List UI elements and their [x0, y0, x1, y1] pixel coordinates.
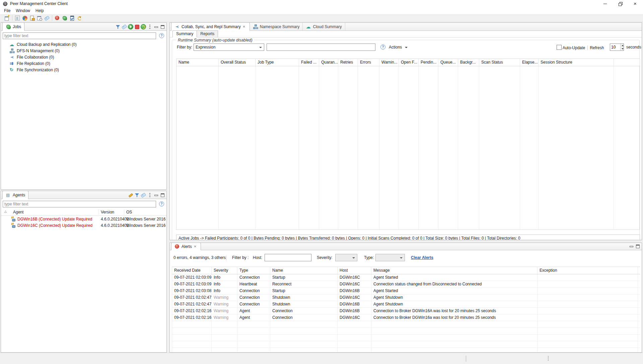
jobs-tree-item[interactable]: File Replication (0) — [1, 60, 166, 67]
tab-agents[interactable]: Agents — [2, 191, 28, 199]
jobs-tree-item[interactable]: Cloud Backup and Replication (0) — [1, 41, 166, 48]
maximize-icon[interactable] — [160, 192, 165, 198]
alerts-column-header[interactable]: Severity — [212, 267, 237, 274]
jobs-tree-item[interactable]: File Collaboration (0) — [1, 54, 166, 60]
summary-table-body[interactable] — [176, 66, 640, 230]
alerts-column-header[interactable]: Host — [338, 267, 371, 274]
summary-column-header[interactable]: Queue... — [438, 59, 458, 66]
auto-update-checkbox[interactable] — [557, 45, 562, 50]
alert-row[interactable]: 09-07-2021 02:02:16 Warning Agent Connec… — [172, 314, 640, 321]
filter-icon[interactable] — [134, 192, 140, 198]
summary-column-header[interactable]: Retries — [338, 59, 358, 66]
agents-column-header[interactable]: Agent — [11, 209, 99, 215]
spinner-up-icon[interactable] — [621, 44, 624, 47]
summary-column-header[interactable]: Quaran... — [319, 59, 338, 66]
minimize-icon[interactable] — [153, 24, 159, 29]
edit-icon[interactable] — [128, 192, 133, 198]
alerts-column-header[interactable]: Name — [270, 267, 338, 274]
refresh-seconds-input[interactable] — [610, 44, 620, 51]
filter-icon[interactable] — [115, 24, 121, 29]
restore-window-button[interactable] — [613, 0, 628, 7]
tag-icon[interactable] — [122, 24, 127, 29]
menu-item[interactable]: Help — [33, 7, 47, 14]
tag-icon[interactable] — [141, 192, 146, 198]
summary-column-header[interactable]: Warnin... — [379, 59, 399, 66]
tab-cloud-summary[interactable]: Cloud Summary — [303, 23, 345, 30]
tab-alerts[interactable]: Alerts — [171, 243, 201, 250]
alert-row[interactable]: 09-07-2021 02:02:47 Warning Connection S… — [172, 294, 640, 301]
alert-row[interactable]: 09-07-2021 02:02:47 Warning Connection S… — [172, 301, 640, 308]
summary-column-header[interactable]: Open F... — [399, 59, 419, 66]
restart-job-icon[interactable] — [141, 24, 146, 29]
host-filter-input[interactable] — [265, 254, 311, 261]
agent-row[interactable]: DGWin16C (Connected) Update Required 4.6… — [1, 222, 166, 229]
alert-row[interactable]: 09-07-2021 02:03:09 Info Connection Star… — [172, 274, 640, 281]
schedule-icon[interactable] — [37, 15, 42, 21]
form-icon[interactable] — [15, 15, 20, 21]
actions-menu-button[interactable]: Actions — [389, 45, 408, 50]
jobs-tree-item[interactable]: DFS-N Management (0) — [1, 48, 166, 54]
maximize-icon[interactable] — [160, 24, 165, 29]
report-icon[interactable] — [29, 15, 35, 21]
tab-collab-sync-repl-summary[interactable]: Collab, Sync, and Repl Summary — [171, 22, 250, 31]
menu-item[interactable]: Window — [13, 7, 33, 14]
maximize-icon[interactable] — [635, 244, 640, 249]
summary-column-header[interactable]: Overall Status — [219, 59, 256, 66]
summary-column-header[interactable]: Name — [176, 59, 219, 66]
summary-column-header[interactable]: Scan Status — [479, 59, 520, 66]
subtab-summary[interactable]: Summary — [172, 30, 197, 37]
alert-row[interactable]: 09-07-2021 02:03:08 Info Connection Star… — [172, 288, 640, 294]
summary-column-header[interactable]: Failed ... — [299, 59, 319, 66]
tab-jobs[interactable]: Jobs — [2, 22, 24, 31]
alerts-column-header[interactable]: Type — [237, 267, 270, 274]
stop-job-icon[interactable] — [134, 24, 140, 29]
alerts-column-header[interactable]: Received Date — [172, 267, 212, 274]
clear-alerts-link[interactable]: Clear Alerts — [411, 255, 433, 260]
jobs-filter-input[interactable] — [3, 32, 156, 39]
minimize-icon[interactable] — [153, 192, 159, 198]
minimize-icon[interactable] — [629, 244, 634, 249]
start-job-icon[interactable] — [128, 24, 133, 29]
alerts-column-header[interactable]: Exception — [538, 267, 638, 274]
close-tab-icon[interactable] — [194, 244, 198, 249]
subtab-reports[interactable]: Reports — [197, 30, 218, 37]
summary-column-header[interactable]: Pendin... — [419, 59, 438, 66]
summary-column-header[interactable]: Session Structure — [539, 59, 614, 66]
view-menu-icon[interactable] — [147, 192, 152, 198]
summary-column-header[interactable]: Backgr... — [458, 59, 479, 66]
tag-icon[interactable] — [44, 15, 50, 21]
severity-filter-select[interactable] — [335, 254, 357, 261]
help-icon[interactable] — [159, 201, 164, 206]
help-icon[interactable] — [380, 44, 385, 50]
checklist-icon[interactable] — [69, 15, 75, 21]
statusbar-drag-handle[interactable] — [548, 356, 549, 361]
alert-row[interactable]: 09-07-2021 02:03:09 Info Heartbeat Recon… — [172, 281, 640, 288]
alert-row[interactable]: 09-07-2021 02:02:16 Warning Agent Connec… — [172, 308, 640, 314]
alerts-column-header[interactable]: Message — [371, 267, 538, 274]
filter-mode-select[interactable]: Expression — [194, 43, 264, 51]
help-icon[interactable] — [159, 33, 164, 38]
close-tab-icon[interactable] — [242, 24, 246, 29]
agents-column-header[interactable]: OS — [124, 209, 166, 215]
pie-chart-icon[interactable] — [22, 15, 27, 21]
type-filter-select[interactable] — [375, 254, 405, 261]
summary-column-header[interactable]: Elapse... — [520, 59, 539, 66]
close-window-button[interactable] — [628, 0, 643, 7]
sort-ascending-icon[interactable] — [4, 209, 9, 215]
menu-item[interactable]: File — [1, 7, 13, 14]
agents-column-header[interactable]: Version — [99, 209, 124, 215]
jobs-icon[interactable] — [62, 15, 67, 21]
tab-namespace-summary[interactable]: Namespace Summary — [250, 23, 303, 30]
jobs-tree-item[interactable]: File Synchronization (0) — [1, 67, 166, 73]
spinner-down-icon[interactable] — [621, 47, 624, 51]
error-icon[interactable] — [55, 15, 60, 21]
refresh-icon[interactable] — [77, 15, 82, 21]
minimize-window-button[interactable] — [598, 0, 613, 7]
new-job-icon[interactable] — [4, 15, 10, 21]
summary-column-header[interactable]: Job Type — [256, 59, 299, 66]
agent-row[interactable]: DGWin16B (Connected) Update Required 4.6… — [1, 216, 166, 222]
view-menu-icon[interactable] — [147, 24, 152, 29]
summary-column-header[interactable]: Errors — [358, 59, 379, 66]
filter-expression-input[interactable] — [267, 43, 375, 51]
agents-filter-input[interactable] — [3, 201, 156, 207]
